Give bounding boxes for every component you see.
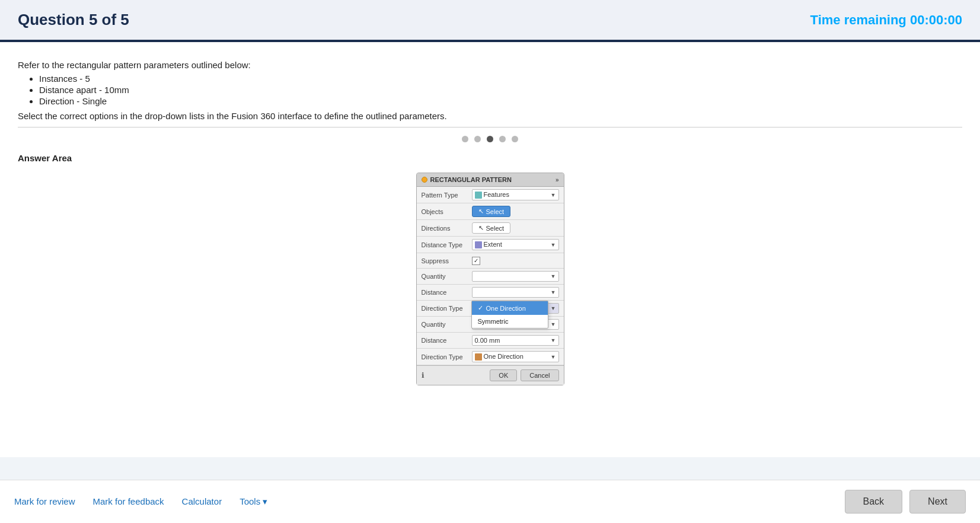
control-distance-1[interactable]: ▼	[472, 287, 559, 298]
control-suppress[interactable]: ✓	[472, 257, 559, 265]
row-distance-2: Distance 0.00 mm ▼	[417, 333, 564, 349]
control-objects[interactable]: Select	[472, 206, 559, 217]
cancel-button[interactable]: Cancel	[521, 369, 558, 381]
label-suppress: Suppress	[422, 257, 472, 264]
question-counter: Question 5 of 5	[18, 11, 129, 29]
suppress-checkbox[interactable]: ✓	[472, 257, 480, 265]
label-distance-2: Distance	[422, 337, 472, 344]
dropdown-distance-type[interactable]: Extent ▼	[472, 239, 559, 250]
timer-prefix: Time remaining	[810, 12, 910, 27]
control-directions[interactable]: Select	[472, 222, 559, 234]
ok-button[interactable]: OK	[490, 369, 517, 381]
fusion-dialog: RECTANGULAR PATTERN » Pattern Type Featu…	[416, 173, 564, 385]
label-pattern-type: Pattern Type	[422, 192, 472, 199]
dot-3	[487, 136, 493, 142]
directions-select-label: Select	[486, 225, 505, 232]
timer: Time remaining 00:00:00	[810, 12, 962, 28]
symmetric-label: Symmetric	[478, 318, 509, 325]
check-mark: ✓	[478, 304, 483, 312]
label-quantity-2: Quantity	[422, 321, 472, 328]
row-quantity-1: Quantity ▼	[417, 269, 564, 285]
row-direction-type-1: Direction Type One Direction ▼ ✓ One Dir…	[417, 301, 564, 317]
fusion-footer: ℹ OK Cancel	[417, 365, 564, 385]
objects-select-label: Select	[486, 208, 505, 215]
label-distance-type: Distance Type	[422, 241, 472, 248]
label-direction-type-2: Direction Type	[422, 353, 472, 361]
question-intro: Refer to the rectangular pattern paramet…	[18, 60, 962, 70]
distance-2-value: 0.00 mm	[475, 337, 500, 344]
main-content: Refer to the rectangular pattern paramet…	[0, 42, 980, 457]
cursor-icon	[478, 208, 484, 215]
control-distance-2[interactable]: 0.00 mm ▼	[472, 335, 559, 346]
footer-buttons: OK Cancel	[490, 369, 558, 381]
header: Question 5 of 5 Time remaining 00:00:00	[0, 0, 980, 42]
control-pattern-type[interactable]: Features ▼	[472, 189, 559, 200]
question-bullet-3: Direction - Single	[39, 96, 962, 106]
titlebar-icon	[422, 177, 427, 183]
info-icon: ℹ	[422, 371, 424, 380]
dropdown-distance-1[interactable]: ▼	[472, 287, 559, 298]
objects-select-button[interactable]: Select	[472, 206, 511, 217]
dot-4	[499, 136, 506, 142]
directions-select-button[interactable]: Select	[472, 222, 511, 234]
label-quantity-1: Quantity	[422, 273, 472, 280]
control-distance-type[interactable]: Extent ▼	[472, 239, 559, 250]
check-icon: ✓	[474, 257, 478, 264]
row-distance-1: Distance ▼	[417, 285, 564, 301]
direction-popup-item-one[interactable]: ✓ One Direction	[472, 301, 548, 315]
row-pattern-type: Pattern Type Features ▼	[417, 187, 564, 203]
progress-dots	[18, 136, 962, 142]
row-suppress: Suppress ✓	[417, 253, 564, 269]
control-direction-type-2[interactable]: One Direction ▼	[472, 351, 559, 362]
fusion-title: RECTANGULAR PATTERN	[430, 176, 512, 183]
control-direction-type-1[interactable]: One Direction ▼ ✓ One Direction Symmetri…	[472, 303, 559, 314]
label-objects: Objects	[422, 208, 472, 215]
row-distance-type: Distance Type Extent ▼	[417, 237, 564, 253]
titlebar-left: RECTANGULAR PATTERN	[422, 176, 512, 183]
direction-type-popup: ✓ One Direction Symmetric	[471, 301, 548, 329]
timer-value: 00:00:00	[910, 12, 962, 27]
dropdown-distance-2[interactable]: 0.00 mm ▼	[472, 335, 559, 346]
one-direction-label: One Direction	[486, 305, 526, 312]
control-quantity-1[interactable]: ▼	[472, 271, 559, 282]
question-list: Instances - 5 Distance apart - 10mm Dire…	[39, 74, 962, 106]
label-directions: Directions	[422, 225, 472, 232]
titlebar-arrows: »	[556, 177, 559, 183]
answer-area-label: Answer Area	[18, 153, 962, 163]
question-bullet-1: Instances - 5	[39, 74, 962, 84]
question-bullet-2: Distance apart - 10mm	[39, 85, 962, 95]
row-objects: Objects Select	[417, 203, 564, 220]
fusion-dialog-wrapper: RECTANGULAR PATTERN » Pattern Type Featu…	[18, 173, 962, 385]
fusion-titlebar: RECTANGULAR PATTERN »	[417, 173, 564, 187]
label-direction-type-1: Direction Type	[422, 305, 472, 312]
dot-2	[474, 136, 481, 142]
dropdown-quantity-1[interactable]: ▼	[472, 271, 559, 282]
dropdown-direction-type-2[interactable]: One Direction ▼	[472, 351, 559, 362]
row-direction-type-2: Direction Type One Direction ▼	[417, 349, 564, 365]
label-distance-1: Distance	[422, 289, 472, 296]
cursor-icon-directions	[478, 224, 484, 232]
direction-popup-item-symmetric[interactable]: Symmetric	[472, 315, 548, 328]
question-instruction: Select the correct options in the drop-d…	[18, 111, 962, 127]
dot-1	[462, 136, 468, 142]
dropdown-pattern-type[interactable]: Features ▼	[472, 189, 559, 200]
dot-5	[512, 136, 518, 142]
row-directions: Directions Select	[417, 220, 564, 237]
